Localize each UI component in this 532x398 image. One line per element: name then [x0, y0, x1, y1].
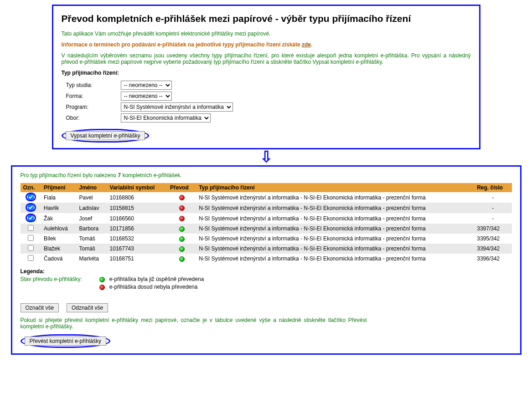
cell-prevod	[167, 234, 196, 244]
dot-red-icon	[99, 285, 105, 290]
table-row: ČadováMarkéta10168751N-SI Systémové inže…	[21, 254, 512, 264]
filter-form: Typ studia: -- neomezeno -- Forma: -- ne…	[66, 81, 471, 122]
intro-text-2: Informace o termínech pro podávání e-při…	[62, 41, 471, 48]
footer-text: Pokud si přejete převést kompletní e-při…	[21, 317, 367, 330]
col-reg: Reg. číslo	[474, 183, 511, 192]
intro-2-suffix: .	[311, 41, 312, 48]
cell-reg: -	[474, 203, 511, 213]
legend-row-red: e-přihláška dosud nebyla převedena	[21, 284, 512, 290]
applications-table: Ozn. Příjmení Jméno Variabilní symbol Př…	[21, 183, 512, 264]
cell-reg: 3395/342	[474, 234, 511, 244]
dot-green-icon	[179, 236, 185, 242]
col-jmeno: Jméno	[76, 183, 107, 192]
cell-prijmeni: Blažek	[41, 244, 76, 254]
table-row: HavlíkLadislav10158815N-SI Systémové inž…	[21, 203, 512, 213]
col-prijmeni: Příjmení	[41, 183, 76, 192]
forma-label: Forma:	[66, 93, 121, 99]
cell-prevod	[167, 192, 196, 203]
cell-vs: 10167743	[107, 244, 168, 254]
table-row: FialaPavel10168806N-SI Systémové inženýr…	[21, 192, 512, 203]
row-checkbox[interactable]	[28, 215, 34, 221]
cell-prevod	[167, 213, 196, 224]
deselect-all-button[interactable]: Odznačit vše	[67, 303, 108, 312]
intro-text-3: V následujícím výběrovém seznamu jsou uv…	[62, 52, 471, 65]
typ-studia-select[interactable]: -- neomezeno --	[121, 81, 172, 90]
row-checkbox[interactable]	[28, 255, 34, 261]
cell-typ: N-SI Systémové inženýrství a informatika…	[196, 203, 474, 213]
cell-jmeno: Ladislav	[76, 203, 107, 213]
cell-reg: -	[474, 213, 511, 224]
highlight-ring-convert: Převést kompletní e-přihlášky	[21, 334, 110, 348]
legend-row-green: Stav převodu e-přihlášky: e-přihláška by…	[21, 276, 512, 282]
program-select[interactable]: N-SI Systémové inženýrství a informatika	[121, 102, 233, 112]
col-typ: Typ přijímacího řízení	[196, 183, 474, 192]
cell-jmeno: Pavel	[76, 192, 107, 203]
cell-typ: N-SI Systémové inženýrství a informatika…	[196, 213, 474, 224]
list-applications-button[interactable]: Vypsat kompletní e-přihlášky	[66, 131, 145, 140]
select-all-button[interactable]: Označit vše	[21, 303, 59, 312]
table-row: ŽákJosef10166560N-SI Systémové inženýrst…	[21, 213, 512, 224]
row-checkbox[interactable]	[28, 225, 34, 231]
cell-typ: N-SI Systémové inženýrství a informatika…	[196, 244, 474, 254]
cell-prijmeni: Čadová	[41, 254, 76, 264]
col-vs: Variabilní symbol	[107, 183, 168, 192]
row-checkbox[interactable]	[28, 245, 34, 251]
cell-jmeno: Tomáš	[76, 234, 107, 244]
highlight-ring-checkbox	[26, 214, 36, 222]
cell-prijmeni: Fiala	[41, 192, 76, 203]
highlight-ring-checkbox	[26, 193, 36, 201]
cell-vs: 10168751	[107, 254, 168, 264]
legend-green-text: e-přihláška byla již úspěšně převedena	[109, 276, 204, 282]
top-panel: Převod kompletních e-přihlášek mezi papí…	[52, 5, 480, 149]
cell-typ: N-SI Systémové inženýrství a informatika…	[196, 234, 474, 244]
program-label: Program:	[66, 104, 121, 110]
intro-text-1: Tato aplikace Vám umožňuje převádět komp…	[62, 31, 471, 37]
legend-status-label: Stav převodu e-přihlášky:	[21, 276, 98, 282]
highlight-ring-checkbox	[26, 203, 36, 212]
cell-reg: 3394/342	[474, 244, 511, 254]
cell-reg: -	[474, 192, 511, 203]
cell-reg: 3397/342	[474, 224, 511, 234]
row-checkbox[interactable]	[28, 235, 34, 241]
table-row: BílekTomáš10168532N-SI Systémové inženýr…	[21, 234, 512, 244]
forma-select[interactable]: -- neomezeno --	[121, 92, 172, 101]
row-checkbox[interactable]	[28, 204, 34, 210]
cell-typ: N-SI Systémové inženýrství a informatika…	[196, 254, 474, 264]
cell-prevod	[167, 244, 196, 254]
typ-studia-label: Typ studia:	[66, 82, 121, 88]
cell-reg: 3396/342	[474, 254, 511, 264]
cell-prevod	[167, 203, 196, 213]
cell-typ: N-SI Systémové inženýrství a informatika…	[196, 192, 474, 203]
obor-select[interactable]: N-SI-EI Ekonomická informatika	[121, 113, 211, 122]
result-sentence: Pro typ přijímacího řízení bylo nalezeno…	[21, 172, 512, 179]
cell-vs: 10171856	[107, 224, 168, 234]
highlight-ring-submit: Vypsat kompletní e-přihlášky	[62, 129, 150, 143]
obor-label: Obor:	[66, 115, 121, 121]
cell-jmeno: Josef	[76, 213, 107, 224]
dot-red-icon	[179, 205, 185, 211]
flow-arrow: ⇩	[52, 149, 480, 165]
row-checkbox[interactable]	[28, 194, 34, 200]
arrow-down-icon: ⇩	[260, 148, 273, 165]
table-row: AulehlováBarbora10171856N-SI Systémové i…	[21, 224, 512, 234]
cell-jmeno: Tomáš	[76, 244, 107, 254]
cell-vs: 10168806	[107, 192, 168, 203]
page-title: Převod kompletních e-přihlášek mezi papí…	[62, 13, 471, 24]
cell-prijmeni: Žák	[41, 213, 76, 224]
intro-2-prefix: Informace o termínech pro podávání e-při…	[62, 41, 302, 48]
cell-typ: N-SI Systémové inženýrství a informatika…	[196, 224, 474, 234]
terms-link[interactable]: zde	[302, 41, 311, 48]
dot-green-icon	[179, 246, 185, 252]
cell-prevod	[167, 254, 196, 264]
col-prevod: Převod	[167, 183, 196, 192]
cell-prijmeni: Aulehlová	[41, 224, 76, 234]
dot-green-icon	[179, 226, 185, 232]
result-suffix: kompletních e-přihlášek.	[121, 172, 181, 179]
form-heading: Typ přijímacího řízení:	[62, 70, 471, 76]
col-ozn: Ozn.	[21, 183, 41, 192]
cell-jmeno: Markéta	[76, 254, 107, 264]
cell-prevod	[167, 224, 196, 234]
cell-prijmeni: Havlík	[41, 203, 76, 213]
bottom-panel: Pro typ přijímacího řízení bylo nalezeno…	[11, 165, 522, 355]
convert-applications-button[interactable]: Převést kompletní e-přihlášky	[25, 337, 106, 346]
